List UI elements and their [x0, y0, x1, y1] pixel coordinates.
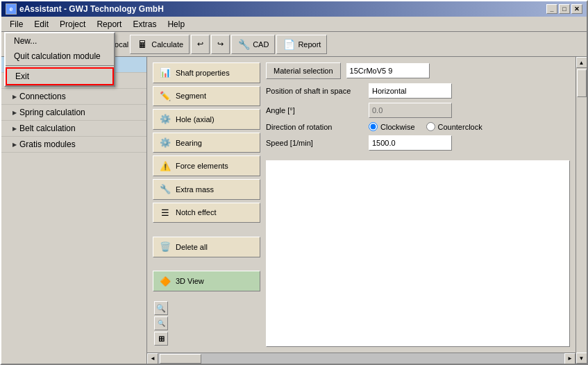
notch-effect-button[interactable]: ☰ Notch effect	[153, 203, 260, 223]
spacer	[153, 226, 260, 234]
horizontal-scrollbar: ◄ ►	[147, 353, 576, 364]
sidebar-item-spring-calculation[interactable]: ▶ Spring calculation	[1, 105, 146, 121]
calculate-icon: 🖩	[136, 38, 149, 51]
buttons-panel: 📊 Shaft properties ✏️ Segment ⚙️ Hole (a…	[153, 62, 260, 347]
window-title: eAssistant - GWJ Technology GmbH	[19, 4, 164, 14]
zoom-in-button[interactable]: 🔍	[154, 301, 168, 315]
properties-panel: Material selection Position of shaft in …	[266, 62, 570, 347]
sidebar-item-belt-calculation[interactable]: ▶ Belt calculation	[1, 121, 146, 137]
shaft-icon: 📊	[159, 67, 171, 79]
h-scroll-track[interactable]	[158, 353, 564, 364]
content-inner: 📊 Shaft properties ✏️ Segment ⚙️ Hole (a…	[147, 57, 576, 364]
report-icon: 📄	[283, 38, 295, 51]
menu-separator	[6, 65, 114, 66]
extra-mass-button[interactable]: 🔧 Extra mass	[153, 179, 260, 200]
h-scroll-thumb[interactable]	[160, 354, 201, 364]
menu-help[interactable]: Help	[162, 18, 190, 31]
main-content: ▶ Rolling bearings ▶ Gear calculation ▶ …	[1, 57, 587, 364]
bearing-button[interactable]: ⚙️ Bearing	[153, 133, 260, 153]
scroll-up-button[interactable]: ▲	[576, 57, 587, 68]
file-dropdown-menu: New... Quit calculation module Exit	[4, 32, 115, 87]
angle-row: Angle [°]	[266, 103, 570, 118]
sidebar-item-connections[interactable]: ▶ Connections	[1, 89, 146, 105]
counterclockwise-radio[interactable]	[426, 122, 435, 131]
spacer2	[153, 260, 260, 269]
arrow-icon: ▶	[12, 142, 17, 148]
view-3d-button[interactable]: 🔶 3D View	[153, 271, 260, 291]
vertical-scrollbar: ▲ ▼	[576, 57, 587, 364]
zoom-out-button[interactable]: 🔍	[154, 316, 168, 330]
v-scroll-thumb[interactable]	[577, 69, 587, 97]
counterclockwise-option[interactable]: Counterclock	[426, 122, 482, 131]
material-row: Material selection	[266, 62, 570, 79]
speed-label: Speed [1/min]	[266, 139, 363, 147]
position-label: Position of shaft in space	[266, 87, 363, 95]
3d-icon: 🔶	[159, 275, 171, 287]
zoom-fit-button[interactable]: ⊞	[154, 332, 168, 346]
clockwise-radio[interactable]	[369, 122, 378, 131]
menu-exit[interactable]: Exit	[6, 67, 114, 85]
sidebar: ▶ Rolling bearings ▶ Gear calculation ▶ …	[1, 57, 147, 364]
angle-input[interactable]	[369, 103, 452, 118]
menu-quit-calc[interactable]: Quit calculation module	[6, 49, 114, 64]
hole-axial-button[interactable]: ⚙️ Hole (axial)	[153, 109, 260, 130]
menu-edit[interactable]: Edit	[28, 18, 54, 31]
menu-extras[interactable]: Extras	[127, 18, 162, 31]
rotation-row: Direction of rotation Clockwise Counterc…	[266, 122, 570, 131]
rotation-radio-group: Clockwise Counterclock	[369, 122, 482, 131]
calculate-button[interactable]: 🖩 Calculate	[130, 35, 190, 54]
cad-icon: 🔧	[237, 38, 250, 51]
rotation-label: Direction of rotation	[266, 123, 363, 131]
scroll-down-button[interactable]: ▼	[576, 353, 587, 364]
title-bar: e eAssistant - GWJ Technology GmbH _ □ ✕	[1, 1, 587, 17]
menu-new[interactable]: New...	[6, 33, 114, 49]
force-icon: ⚠️	[159, 160, 171, 172]
position-input[interactable]	[369, 83, 452, 99]
close-button[interactable]: ✕	[571, 4, 582, 14]
content-area: 📊 Shaft properties ✏️ Segment ⚙️ Hole (a…	[147, 57, 587, 364]
arrow-icon: ▶	[12, 126, 17, 132]
delete-all-button[interactable]: 🗑️ Delete all	[153, 237, 260, 257]
window-controls: _ □ ✕	[546, 4, 582, 14]
minimize-button[interactable]: _	[546, 4, 557, 14]
segment-icon: ✏️	[159, 90, 171, 102]
clockwise-option[interactable]: Clockwise	[369, 122, 415, 131]
hole-icon: ⚙️	[159, 113, 171, 126]
report-button[interactable]: 📄 Report	[276, 35, 327, 54]
angle-label: Angle [°]	[266, 106, 363, 114]
arrow-icon: ▶	[12, 94, 17, 100]
notch-icon: ☰	[159, 206, 171, 219]
force-elements-button[interactable]: ⚠️ Force elements	[153, 155, 260, 176]
menu-bar: File Edit Project Report Extras Help New…	[1, 17, 587, 32]
title-bar-left: e eAssistant - GWJ Technology GmbH	[6, 3, 164, 15]
delete-icon: 🗑️	[159, 241, 171, 253]
zoom-controls: 🔍 🔍 ⊞	[153, 300, 260, 347]
scroll-right-button[interactable]: ►	[564, 353, 576, 364]
undo-button[interactable]: ↩	[191, 35, 210, 54]
material-selection-button[interactable]: Material selection	[266, 62, 341, 79]
speed-row: Speed [1/min]	[266, 135, 570, 151]
mass-icon: 🔧	[159, 183, 171, 196]
maximize-button[interactable]: □	[559, 4, 570, 14]
position-row: Position of shaft in space	[266, 83, 570, 99]
material-value-input[interactable]	[346, 63, 430, 78]
arrow-icon: ▶	[12, 110, 17, 116]
segment-button[interactable]: ✏️ Segment	[153, 86, 260, 107]
shaft-properties-button[interactable]: 📊 Shaft properties	[153, 62, 260, 83]
menu-file[interactable]: File	[4, 18, 28, 31]
menu-report[interactable]: Report	[91, 18, 127, 31]
bearing-icon: ⚙️	[159, 137, 171, 149]
panel-inner: 📊 Shaft properties ✏️ Segment ⚙️ Hole (a…	[153, 62, 570, 347]
cad-button[interactable]: 🔧 CAD	[231, 35, 275, 54]
right-panel: 📊 Shaft properties ✏️ Segment ⚙️ Hole (a…	[147, 57, 576, 353]
scroll-left-button[interactable]: ◄	[147, 353, 158, 364]
graph-area	[266, 160, 570, 347]
app-icon: e	[6, 3, 17, 15]
main-window: e eAssistant - GWJ Technology GmbH _ □ ✕…	[0, 0, 588, 365]
sidebar-item-gratis-modules[interactable]: ▶ Gratis modules	[1, 137, 146, 153]
speed-input[interactable]	[369, 135, 452, 151]
redo-button[interactable]: ↪	[211, 35, 230, 54]
menu-project[interactable]: Project	[54, 18, 91, 31]
